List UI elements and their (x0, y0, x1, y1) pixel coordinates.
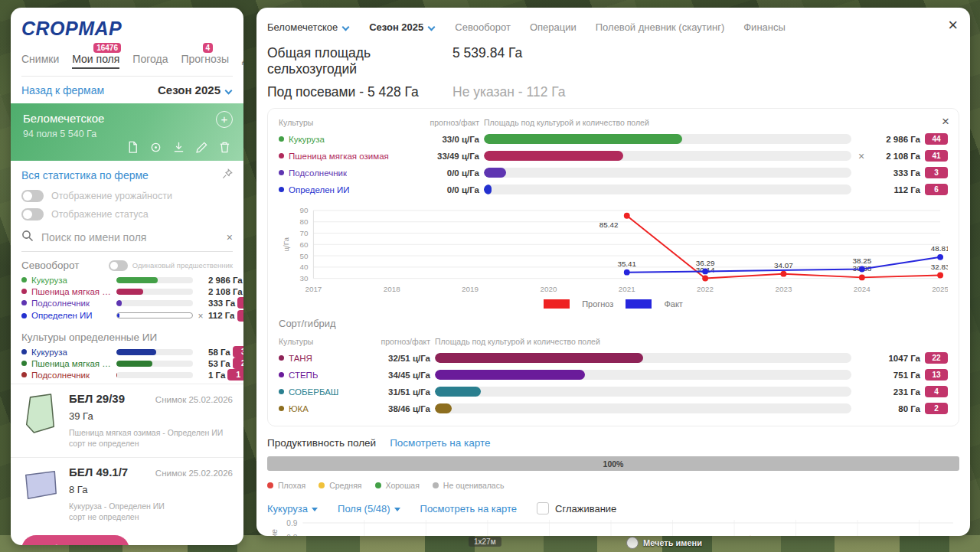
crop-color-dot (21, 313, 27, 318)
smoothing-checkbox-row[interactable]: Сглаживание (537, 502, 616, 514)
svg-text:38.25: 38.25 (852, 256, 871, 265)
crop-rotation-title: Севооборот (21, 260, 79, 271)
add-field-plus-button[interactable]: + (216, 111, 233, 128)
farm-select[interactable]: Беломечетское (267, 21, 350, 33)
same-predecessor-toggle[interactable] (109, 260, 128, 271)
crop-row-corn[interactable]: Кукуруза 33/0 ц/Га 2 986 Га 44 (279, 132, 948, 146)
cropmap-logo: CROPMAP (21, 18, 233, 40)
sidebar-season-select[interactable]: Сезон 2025 (158, 83, 233, 96)
svg-text:0.8: 0.8 (286, 534, 297, 536)
index-chart-controls: Кукуруза Поля (5/48) Посмотреть на карте… (267, 502, 959, 514)
nav-tab-forecasts[interactable]: 4 Прогнозы (181, 53, 229, 69)
caret-down-icon (312, 508, 318, 511)
field-count-badge: 3 (925, 167, 948, 178)
nav-tab-my-fields[interactable]: 16476 Мои поля (72, 53, 119, 69)
clear-search-icon[interactable]: × (227, 232, 233, 243)
nav-tab-data[interactable]: Данные (242, 53, 243, 69)
crop-color-dot (21, 289, 27, 294)
productivity-map-link[interactable]: Посмотреть на карте (390, 437, 490, 449)
crop-area-bar (116, 312, 193, 318)
locate-target-icon[interactable] (149, 141, 162, 154)
status-display-toggle[interactable] (21, 208, 44, 220)
field-count-badge: 1 (227, 369, 243, 381)
crop-area-bar (484, 168, 851, 178)
variety-area-bar (435, 387, 851, 397)
crop-color-dot (279, 153, 284, 158)
field-card[interactable]: БЕЛ 49.1/7 Снимок 25.02.2026 8 Га Кукуру… (11, 457, 243, 528)
season-select[interactable]: Сезон 2025 (369, 21, 436, 33)
nav-tab-snapshots[interactable]: Снимки (21, 53, 59, 69)
variety-color-dot (279, 406, 284, 411)
variety-row-tanya[interactable]: ТАНЯ 32/51 ц/Га 1047 Га 22 (279, 351, 948, 365)
fact-legend-swatch (626, 299, 652, 309)
pin-icon[interactable] (222, 168, 233, 182)
crop-row-ai-detected[interactable]: Определен ИИ 0/0 ц/Га 112 Га 6 (279, 182, 948, 197)
column-header-crops: Культуры (279, 337, 357, 346)
ai-row-corn[interactable]: Кукуруза 58 Га 3 (11, 346, 243, 358)
nav-tab-weather[interactable]: Погода (132, 53, 168, 69)
rotation-row-wheat[interactable]: Пшеница мягкая озимая 2 108 Га 41 (11, 286, 243, 297)
crop-area-bar (116, 372, 193, 378)
svg-text:85.42: 85.42 (599, 220, 619, 229)
delete-trash-icon[interactable] (218, 141, 231, 154)
rotation-row-ai-detected[interactable]: Определен ИИ × 112 Га 6 (11, 309, 243, 322)
variety-row-yuka[interactable]: ЮКА 38/46 ц/Га 80 Га 2 (279, 401, 948, 416)
field-card[interactable]: БЕЛ 29/39 Снимок 25.02.2026 39 Га Пшениц… (11, 384, 243, 454)
fields-count-badge: 16476 (93, 43, 121, 53)
crop-color-dot (21, 277, 27, 283)
index-map-link[interactable]: Посмотреть на карте (420, 503, 517, 514)
report-document-icon[interactable] (126, 141, 139, 154)
field-count-badge: 13 (925, 369, 948, 381)
variety-section-title: Сорт/гибрид (279, 318, 948, 329)
yield-chart-legend: Прогноз Факт (279, 299, 948, 309)
farm-card[interactable]: Беломечетское 94 поля 5 540 Га + (11, 103, 243, 161)
tab-field-journal[interactable]: Полевой дневник (скаутинг) (596, 21, 724, 33)
poi-icon (626, 537, 639, 549)
farm-statistics-link[interactable]: Вся статистика по ферме (21, 169, 149, 181)
crops-statistics-card: × Культуры прогноз/факт Площадь под куль… (267, 108, 959, 426)
forecasts-count-badge: 4 (203, 43, 214, 53)
svg-text:60: 60 (300, 240, 309, 249)
field-count-badge: 3 (237, 297, 243, 309)
map-poi-marker[interactable]: Мечеть имени (626, 537, 702, 549)
variety-row-step[interactable]: СТЕПЬ 34/45 ц/Га 751 Га 13 (279, 367, 948, 382)
tab-crop-rotation[interactable]: Севооборот (455, 21, 511, 33)
crop-filter-select[interactable]: Кукуруза (267, 503, 318, 514)
svg-text:34.07: 34.07 (774, 261, 793, 269)
back-to-farms-link[interactable]: Назад к фермам (21, 84, 104, 96)
crop-color-dot (21, 349, 27, 354)
variety-color-dot (279, 355, 284, 361)
tab-operations[interactable]: Операции (530, 21, 577, 33)
svg-text:40: 40 (300, 263, 309, 271)
yield-display-toggle[interactable] (21, 190, 44, 202)
svg-text:2020: 2020 (540, 285, 557, 293)
crop-row-sunflower[interactable]: Подсолнечник 0/0 ц/Га 333 Га 3 (279, 165, 948, 180)
svg-text:2023: 2023 (775, 285, 792, 293)
ai-row-wheat[interactable]: Пшеница мягкая озимая 53 Га 2 (11, 358, 243, 369)
variety-row-soberbash[interactable]: СОБЕРБАШ 31/51 ц/Га 231 Га 4 (279, 384, 948, 399)
smoothing-checkbox[interactable] (537, 502, 549, 514)
sidebar-nav: Снимки 16476 Мои поля Погода 4 Прогнозы … (21, 53, 233, 77)
rotation-row-sunflower[interactable]: Подсолнечник 333 Га 3 (11, 297, 243, 309)
svg-text:48.81: 48.81 (931, 244, 948, 253)
field-search-input[interactable] (41, 231, 219, 243)
edit-pencil-icon[interactable] (195, 141, 208, 154)
crop-area-bar (484, 134, 851, 144)
clear-filter-icon[interactable]: × (858, 150, 864, 162)
crop-area-bar (116, 349, 193, 355)
download-icon[interactable] (172, 141, 185, 154)
svg-text:2018: 2018 (384, 285, 400, 293)
close-card-button[interactable]: × (942, 115, 949, 128)
tab-finances[interactable]: Финансы (743, 21, 786, 33)
clear-filter-icon[interactable]: × (198, 311, 203, 322)
fields-filter-select[interactable]: Поля (5/48) (338, 503, 400, 514)
add-field-button[interactable]: Добавить поле (21, 535, 129, 545)
map-scale-label: 1х27м (469, 537, 501, 547)
rotation-row-corn[interactable]: Кукуруза 2 986 Га 44 (11, 274, 243, 286)
crop-row-wheat[interactable]: Пшеница мягкая озимая 33/49 ц/Га × 2 108… (279, 149, 948, 163)
field-count-badge: 22 (925, 352, 948, 364)
field-count-badge: 44 (925, 133, 948, 145)
yield-display-toggle-row: Отображение урожайности (11, 187, 243, 205)
ai-row-sunflower[interactable]: Подсолнечник 1 Га 1 (11, 369, 243, 381)
close-panel-button[interactable]: × (948, 17, 958, 34)
